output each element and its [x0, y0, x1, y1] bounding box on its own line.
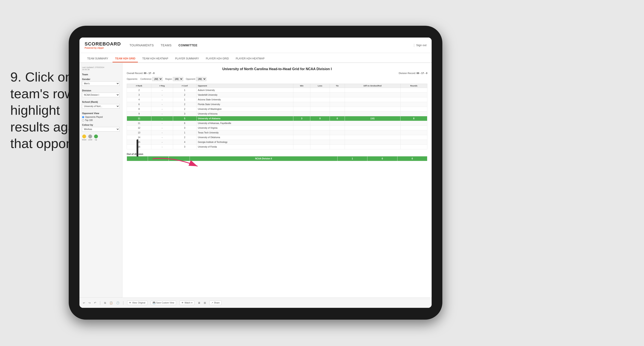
table-cell: University of Oklahoma: [196, 135, 293, 140]
tab-team-summary[interactable]: TEAM SUMMARY: [84, 55, 111, 62]
nav-divider: |: [414, 43, 414, 47]
table-row[interactable]: 6-2Florida State University: [127, 102, 427, 107]
table-cell: [293, 88, 310, 93]
conference-select[interactable]: (All): [152, 77, 162, 81]
col-diff: Diff Av Strokes/Rnd: [345, 84, 400, 88]
table-row[interactable]: 15-4Georgia Institute of Technology: [127, 140, 427, 145]
table-cell: [310, 145, 330, 149]
overall-record-value: 89 - 17 - 0: [144, 72, 154, 74]
table-cell: Georgia Institute of Technology: [196, 140, 293, 145]
table-cell: [330, 145, 345, 149]
table-cell: [400, 102, 427, 107]
radio-opponents-played[interactable]: Opponents Played: [82, 116, 120, 118]
colour-by-select[interactable]: Win/loss: [82, 127, 120, 131]
opponent-filter: Opponent (All): [186, 77, 206, 81]
legend-level-dot: [88, 134, 92, 138]
gender-label: Gender: [82, 78, 120, 80]
table-cell: [330, 107, 345, 111]
table-row[interactable]: 14-2University of Oklahoma: [127, 135, 427, 140]
screen-icon[interactable]: 🖥: [198, 301, 200, 304]
table-cell: [400, 130, 427, 135]
table-cell: [330, 88, 345, 93]
table-row[interactable]: 16-3University of Florida: [127, 145, 427, 149]
table-cell: 1: [173, 130, 196, 135]
out-div-loss: NCAA Division II: [190, 156, 337, 161]
legend-down-label: Down: [82, 139, 86, 141]
table-cell: [400, 145, 427, 149]
region-filter: Region (All): [165, 77, 183, 81]
back-icon[interactable]: ↶: [94, 301, 96, 304]
table-cell: 2: [173, 107, 196, 111]
radio-top100-input[interactable]: [82, 119, 84, 121]
overall-record-label: Overall Record:: [127, 72, 143, 74]
col-rounds: Rounds: [400, 84, 427, 88]
clock-icon[interactable]: 🕐: [116, 301, 120, 304]
col-rank: # Rank: [127, 84, 152, 88]
opponent-view-label: Opponent View: [82, 112, 120, 115]
table-row[interactable]: 4-1Arizona State University: [127, 97, 427, 102]
table-row[interactable]: 2-1Auburn University: [127, 88, 427, 93]
table-row[interactable]: 11-5University of Alabama3002.618: [127, 116, 427, 121]
table-cell: [310, 107, 330, 111]
save-icon: 💾: [153, 302, 155, 304]
table-row[interactable]: 8-2University of Washington: [127, 107, 427, 111]
table-row[interactable]: 11-6University of Arkansas, Fayetteville: [127, 121, 427, 126]
table-cell: University of Florida: [196, 145, 293, 149]
brand-name: clippd: [97, 47, 104, 49]
tab-player-summary[interactable]: PLAYER SUMMARY: [173, 55, 202, 62]
division-select[interactable]: NCAA Division I: [82, 93, 120, 97]
paste-icon[interactable]: 📋: [110, 301, 113, 304]
gender-select[interactable]: Men's: [82, 81, 120, 86]
radio-opponents-played-input[interactable]: [82, 116, 84, 118]
tab-player-h2h-grid[interactable]: PLAYER H2H GRID: [203, 55, 232, 62]
col-tie: Tie: [330, 84, 345, 88]
table-cell: -: [152, 145, 173, 149]
table-cell: 11: [127, 121, 152, 126]
table-cell: [310, 93, 330, 97]
division-record-label: Division Record:: [399, 72, 416, 74]
table-row[interactable]: 12-3University of Virginia: [127, 126, 427, 130]
table-cell: -: [152, 102, 173, 107]
copy-icon[interactable]: ⧉: [104, 301, 106, 304]
radio-top100-label: Top 100: [85, 119, 93, 121]
conference-filter-label: Conference: [140, 78, 152, 80]
region-select[interactable]: (All): [173, 77, 183, 81]
overall-record: Overall Record: 89 - 17 - 0: [127, 72, 154, 74]
table-cell: [400, 121, 427, 126]
tab-player-h2h-heatmap[interactable]: PLAYER H2H HEATMAP: [233, 55, 267, 62]
table-row[interactable]: 9-3University of Arizona: [127, 111, 427, 116]
table-cell: Florida State University: [196, 102, 293, 107]
table-row[interactable]: 13-1Texas Tech University: [127, 130, 427, 135]
redo-icon[interactable]: ↪: [88, 301, 90, 304]
radio-top100[interactable]: Top 100: [82, 119, 120, 121]
table-cell: Arizona State University: [196, 97, 293, 102]
view-original-button[interactable]: 👁 View: Original: [127, 301, 147, 305]
tab-team-h2h-heatmap[interactable]: TEAM H2H HEATMAP: [140, 55, 171, 62]
out-of-division-body: NCAA Division II 1 0 0: [127, 156, 427, 161]
table-cell: University of Alabama: [196, 116, 293, 121]
tab-team-h2h-grid[interactable]: TEAM H2H GRID: [112, 55, 138, 62]
division-record: Division Record: 88 - 17 - 0: [399, 72, 427, 74]
h2h-table: # Rank # Reg # Conf Opponent Win Loss Ti…: [127, 84, 427, 149]
nav-items: TOURNAMENTS TEAMS COMMITTEE: [130, 43, 414, 48]
division-label: Division: [82, 89, 120, 92]
school-select[interactable]: University of Nort...: [82, 104, 120, 108]
nav-teams[interactable]: TEAMS: [160, 43, 172, 48]
table-cell: [293, 140, 310, 145]
table-row[interactable]: 3-2Vanderbilt University: [127, 93, 427, 97]
view-label: View: Original: [132, 302, 146, 304]
out-of-division-row[interactable]: NCAA Division II 1 0 0: [127, 156, 427, 161]
save-custom-view-button[interactable]: 💾 Save Custom View: [151, 301, 176, 305]
grid-icon[interactable]: ⊞: [204, 301, 206, 304]
share-button[interactable]: ↗ Share: [209, 301, 222, 305]
grid-records: Overall Record: 89 - 17 - 0 Division Rec…: [127, 72, 427, 74]
nav-committee[interactable]: COMMITTEE: [178, 43, 198, 48]
toolbar-divider-2: |: [123, 301, 124, 305]
nav-tournaments[interactable]: TOURNAMENTS: [130, 43, 154, 48]
undo-icon[interactable]: ↩: [83, 301, 85, 304]
sign-out-link[interactable]: Sign out: [416, 43, 426, 47]
out-div-tie: 1: [337, 156, 367, 161]
watch-button[interactable]: 👁 Watch ▾: [180, 301, 194, 305]
opponent-select[interactable]: (All): [196, 77, 206, 81]
table-cell: [400, 135, 427, 140]
